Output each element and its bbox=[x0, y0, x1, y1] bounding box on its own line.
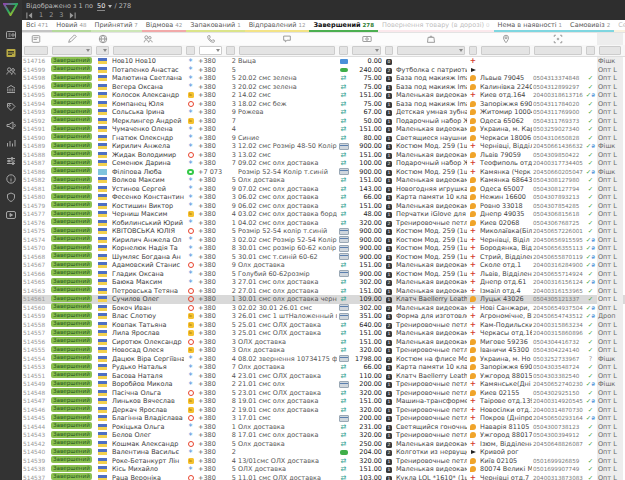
filter-input-product[interactable] bbox=[397, 46, 465, 55]
column-header-pay[interactable] bbox=[337, 33, 350, 45]
filter-input-tag[interactable] bbox=[599, 46, 621, 55]
table-row[interactable]: 514566ЗавершенийГладик Оксана*+3805Голуб… bbox=[22, 270, 625, 279]
tab-return-in-transit[interactable]: Повернення товару (в дорозі)0 bbox=[378, 20, 493, 32]
column-header-id[interactable] bbox=[22, 33, 50, 45]
column-header-ship[interactable] bbox=[467, 33, 479, 45]
table-row[interactable]: 514598ЗавершенийМалютина Светлана*+38052… bbox=[22, 74, 625, 83]
table-row[interactable]: 514537ЗавершенийРаца Вероніка+380511.01 … bbox=[22, 474, 625, 480]
table-row[interactable]: 514543ЗавершенийБелов Олег*+380817.01 см… bbox=[22, 431, 625, 440]
column-header-city[interactable] bbox=[479, 33, 532, 45]
column-header-flag[interactable] bbox=[94, 33, 111, 45]
table-row[interactable]: 514588ЗавершенийЖидак Володимир+380313.0… bbox=[22, 151, 625, 160]
table-row[interactable]: 514553ЗавершенийРудько Наталья*+3807Олх … bbox=[22, 363, 625, 372]
table-row[interactable]: 514586ЗавершенийФіліпова Люба+7 073Розмі… bbox=[22, 168, 625, 177]
table-row[interactable]: 514581ЗавершенийУстинов Сергей*+380907.0… bbox=[22, 185, 625, 194]
tab-services[interactable]: Сервіси0 bbox=[614, 20, 625, 32]
table-row[interactable]: 514599ЗавершенийПотапенко Анастас*+38052… bbox=[22, 66, 625, 75]
table-row[interactable]: 514577ЗавершенийЧерниш Максимlc+380403.0… bbox=[22, 210, 625, 219]
table-row[interactable]: 514555ЗавершенийНовосад Олесяlc+3803Олх … bbox=[22, 346, 625, 355]
page-number[interactable]: 2 bbox=[49, 11, 53, 19]
column-header-check[interactable] bbox=[584, 33, 597, 45]
table-row[interactable]: 514547ЗавершенийЛиньков Вячеславlc+38081… bbox=[22, 397, 625, 406]
page-number[interactable]: 3 bbox=[59, 11, 63, 19]
table-row[interactable]: 514551ЗавершенийБасова Наталя*+380423.01… bbox=[22, 372, 625, 381]
tab-declined[interactable]: Відмова42 bbox=[142, 20, 186, 32]
table-row[interactable]: 514574ЗавершенийКирилич Анжела Ол*+38030… bbox=[22, 236, 625, 245]
table-row[interactable]: 514558ЗавершенийКовпак Татьянаlc+380525.… bbox=[22, 321, 625, 330]
sidebar-item-marketing[interactable] bbox=[0, 116, 22, 134]
table-row[interactable]: 514589ЗавершенийКирилич Анжела*+380312.0… bbox=[22, 142, 625, 151]
table-row[interactable]: 514587ЗавершенийСеменюк Дарина*+380709.0… bbox=[22, 159, 625, 168]
column-header-tracking[interactable] bbox=[532, 33, 584, 45]
table-row[interactable]: 514559ЗавершенийВлас Слотюуlc+380326.01 … bbox=[22, 312, 625, 321]
column-header-status[interactable] bbox=[50, 33, 94, 45]
table-row[interactable]: 514592ЗавершенийМерклингер Андрейlc+3807… bbox=[22, 117, 625, 126]
table-row[interactable]: 514561ЗавершенийСучилов Олег+380130.01 с… bbox=[22, 295, 625, 304]
filter-input-src[interactable] bbox=[186, 46, 195, 55]
last-page-icon[interactable] bbox=[69, 12, 76, 19]
column-header-tag[interactable] bbox=[597, 33, 623, 45]
filter-input-flag[interactable] bbox=[96, 46, 109, 55]
table-row[interactable]: 514596ЗавершенийВегера Оксана*+380320.02… bbox=[22, 83, 625, 92]
table-row[interactable]: 514591ЗавершенийЧумаченко Олена*+3804⇄15… bbox=[22, 125, 625, 134]
column-header-qty[interactable] bbox=[224, 33, 237, 45]
tab-completed[interactable]: Завершений278 bbox=[309, 20, 378, 32]
filter-input-qty[interactable] bbox=[226, 46, 235, 55]
table-row[interactable]: 514579ЗавершенийКостишин Виктор*+380906.… bbox=[22, 202, 625, 211]
column-header-price[interactable] bbox=[350, 33, 383, 45]
column-header-src[interactable] bbox=[184, 33, 197, 45]
sidebar-item-sales[interactable] bbox=[0, 98, 22, 116]
table-row[interactable]: 514560ЗавершенийБокоч Иван+380302.02 30.… bbox=[22, 304, 625, 313]
filter-input-pqty[interactable] bbox=[385, 46, 393, 55]
filter-input-name[interactable] bbox=[113, 46, 182, 55]
table-row[interactable]: 514540ЗавершенийВалентина Васильє*+38022… bbox=[22, 448, 625, 457]
tab-all[interactable]: Всі471 bbox=[22, 20, 52, 32]
filter-input-city[interactable] bbox=[481, 46, 530, 55]
column-header-phone[interactable] bbox=[197, 33, 224, 45]
sidebar-item-analytics[interactable] bbox=[0, 134, 22, 152]
sidebar-item-clients[interactable] bbox=[0, 62, 22, 80]
tab-shipped[interactable]: Відправлений12 bbox=[245, 20, 310, 32]
page-number[interactable]: 1 bbox=[39, 11, 43, 19]
per-page-select[interactable]: 50 bbox=[97, 2, 105, 11]
filter-input-phone[interactable] bbox=[199, 46, 222, 55]
sidebar-item-video[interactable] bbox=[0, 206, 22, 224]
table-row[interactable]: 514557ЗавершенийЛила Ярославlc+380325.01… bbox=[22, 329, 625, 338]
table-row[interactable]: 514580ЗавершенийФесенко Константин*+3803… bbox=[22, 193, 625, 202]
table-row[interactable]: 514576ЗавершенийКобилинський Юрий*+38010… bbox=[22, 219, 625, 228]
table-row[interactable]: 514563ЗавершенийПетровська Тетяна+380227… bbox=[22, 287, 625, 296]
column-header-product[interactable] bbox=[395, 33, 467, 45]
first-page-icon[interactable] bbox=[26, 12, 33, 19]
filter-input-ship[interactable] bbox=[469, 46, 477, 55]
sidebar-item-bank[interactable] bbox=[0, 80, 22, 98]
table-row[interactable]: 514595ЗавершенийКолосок Александрlc+3802… bbox=[22, 91, 625, 100]
filter-input-price[interactable] bbox=[352, 46, 381, 55]
table-row[interactable]: 514593ЗавершенийСольська Ірина*+3809Роже… bbox=[22, 108, 625, 117]
tab-new[interactable]: Новий48 bbox=[52, 20, 90, 32]
table-row[interactable]: 514568ЗавершенийШумляс Богдана Ан*+38053… bbox=[22, 253, 625, 262]
table-row[interactable]: 514554ЗавершенийДацюк Віра Сергіївна*+38… bbox=[22, 355, 625, 364]
filter-input-comment[interactable] bbox=[239, 46, 335, 55]
tab-packed[interactable]: Запакований1 bbox=[186, 20, 244, 32]
table-row[interactable]: 514548ЗавершенийПасічна Ольга+380523.01 … bbox=[22, 389, 625, 398]
column-header-comment[interactable] bbox=[237, 33, 337, 45]
table-row[interactable]: 514544ЗавершенийРокіцька Ольга*+3801Олх … bbox=[22, 423, 625, 432]
table-row[interactable]: 514545ЗавершенийБлагінна Владіслава+3803… bbox=[22, 414, 625, 423]
filter-input-status[interactable] bbox=[52, 46, 92, 55]
table-row[interactable]: 514582ЗавершенийВолков Максим*+3805Олх д… bbox=[22, 176, 625, 185]
sidebar-item-orders[interactable] bbox=[0, 44, 22, 62]
table-row[interactable]: 514590ЗавершенийГнатюк Олексндр*+3809Син… bbox=[22, 134, 625, 143]
table-row[interactable]: 514546ЗавершенийДеркач Ярославlc+380219.… bbox=[22, 406, 625, 415]
filter-input-check[interactable] bbox=[586, 46, 595, 55]
sidebar-item-settings[interactable] bbox=[0, 152, 22, 170]
table-row[interactable]: 514716ЗавершенийНов10 Нов10*+3802Выца0.0… bbox=[22, 57, 625, 66]
table-row[interactable]: 514549ЗавершенийВоробйов Микола*+380221.… bbox=[22, 380, 625, 389]
sidebar-item-info[interactable] bbox=[0, 170, 22, 188]
table-row[interactable]: 514565ЗавершенийБаюка Максим*+380327.01 … bbox=[22, 278, 625, 287]
table-row[interactable]: 514538ЗавершенийКісь Михайло*+3805ОЛХ до… bbox=[22, 465, 625, 474]
filter-input-pay[interactable] bbox=[339, 46, 348, 55]
column-header-name[interactable] bbox=[111, 33, 184, 45]
table-row[interactable]: 514542ЗавершенийКошмак Александр+3805Олх… bbox=[22, 440, 625, 449]
table-row[interactable]: 514567ЗавершенийАдамовский Станис+3809Ол… bbox=[22, 261, 625, 270]
tab-accepted[interactable]: Прийнятий7 bbox=[91, 20, 142, 32]
